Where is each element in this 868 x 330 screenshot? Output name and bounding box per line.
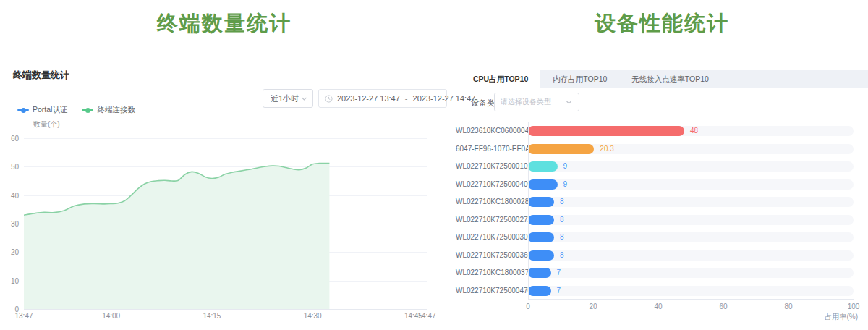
bar-row-4: WL022710KC180002808	[456, 193, 868, 211]
line-chart-legend: Portal认证终端连接数	[17, 104, 135, 116]
left-page-title: 终端数量统计	[0, 9, 448, 38]
bar-track	[528, 232, 854, 242]
tab-0[interactable]: CPU占用TOP10	[461, 70, 540, 88]
bar-row-8: WL022710KC180003727	[456, 264, 868, 282]
bar-row-7: WL022710K7250003698	[456, 247, 868, 265]
bar-x-tick-20: 20	[589, 302, 597, 310]
bar-track	[528, 268, 854, 278]
y-tick-50: 50	[0, 163, 19, 171]
clock-icon	[325, 95, 333, 103]
tab-1[interactable]: 内存占用TOP10	[540, 70, 619, 88]
bar-fill	[528, 126, 684, 136]
y-axis-name: 数量(个)	[33, 119, 60, 130]
bar-category-label: WL022710K725000369	[456, 247, 522, 265]
legend-item-0[interactable]: Portal认证	[17, 105, 67, 115]
bar-track	[528, 250, 854, 261]
bar-value-label: 48	[690, 122, 698, 140]
bar-fill	[528, 144, 594, 154]
series-area-1	[24, 164, 329, 309]
bar-row-1: 6047-FF96-1070-EF0A20.3	[456, 140, 868, 158]
bar-value-label: 8	[560, 229, 564, 247]
bar-row-6: WL022710K7250003078	[456, 229, 868, 247]
bar-category-label: WL022710KC18000280	[456, 193, 522, 211]
bar-fill	[528, 179, 558, 190]
bar-value-label: 9	[563, 176, 568, 194]
x-tick-14:30: 14:30	[304, 312, 322, 320]
line-chart-plot	[24, 138, 427, 309]
bar-value-label: 8	[560, 247, 564, 265]
bar-category-label: WL022710K725000102	[456, 158, 522, 176]
bar-x-tick-0: 0	[526, 302, 530, 310]
y-tick-20: 20	[0, 248, 19, 256]
bar-row-9: WL022710K7250004707	[456, 282, 868, 300]
bar-category-label: WL022710K725000470	[456, 282, 522, 300]
x-tick-13:47: 13:47	[14, 312, 33, 320]
performance-tabs: CPU占用TOP10内存占用TOP10无线接入点速率TOP10	[461, 70, 868, 88]
x-tick-14:15: 14:15	[203, 312, 221, 320]
bar-track	[528, 286, 854, 296]
chevron-down-icon	[565, 98, 573, 106]
bar-category-label: WL022710K725000307	[456, 229, 522, 247]
bar-value-label: 20.3	[600, 140, 613, 158]
bar-track	[528, 161, 854, 172]
date-range-start: 2023-12-27 13:47	[337, 94, 400, 103]
bar-value-label: 7	[557, 282, 561, 300]
bar-x-tick-80: 80	[784, 302, 792, 310]
chevron-down-icon	[300, 95, 308, 103]
gridline-y-0	[24, 309, 427, 310]
bar-fill	[528, 250, 554, 261]
cpu-top10-bar-chart: WL023610KC06000043486047-FF96-1070-EF0A2…	[456, 122, 868, 300]
device-type-select[interactable]: 请选择设备类型	[494, 93, 579, 111]
bar-chart-x-axis-line	[528, 299, 854, 300]
bar-row-3: WL022710K7250004099	[456, 176, 868, 194]
bar-value-label: 8	[560, 193, 564, 211]
bar-value-label: 9	[563, 158, 568, 176]
bar-track	[528, 215, 854, 225]
bar-row-0: WL023610KC0600004348	[456, 122, 868, 140]
legend-item-1[interactable]: 终端连接数	[82, 105, 135, 115]
bar-chart-x-axis-name: 占用率(%)	[796, 312, 858, 322]
bar-category-label: WL022710K725000272	[456, 211, 522, 229]
y-tick-10: 10	[0, 277, 19, 285]
y-tick-30: 30	[0, 220, 19, 228]
bar-category-label: WL022710KC18000372	[456, 264, 522, 282]
legend-item-label: Portal认证	[33, 105, 67, 115]
legend-item-label: 终端连接数	[97, 105, 135, 115]
x-tick-14:00: 14:00	[102, 312, 120, 320]
bar-value-label: 8	[560, 211, 564, 229]
tab-2[interactable]: 无线接入点速率TOP10	[619, 70, 721, 88]
bar-x-tick-60: 60	[719, 302, 727, 310]
bar-x-tick-100: 100	[848, 302, 860, 310]
bar-fill	[528, 197, 554, 207]
device-performance-panel: 设备性能统计 CPU占用TOP10内存占用TOP10无线接入点速率TOP10 设…	[456, 0, 868, 330]
bar-row-2: WL022710K7250001029	[456, 158, 868, 176]
bar-fill	[528, 268, 551, 278]
left-chart-header: 终端数量统计	[13, 69, 69, 82]
legend-marker-icon	[82, 109, 93, 111]
date-range-picker[interactable]: 2023-12-27 13:47 - 2023-12-27 14:47	[318, 89, 447, 108]
bar-fill	[528, 161, 558, 172]
y-tick-40: 40	[0, 192, 19, 200]
bar-row-5: WL022710K7250002728	[456, 211, 868, 229]
device-type-placeholder: 请选择设备类型	[501, 97, 551, 107]
bar-chart-y-axis-line	[528, 122, 529, 299]
bar-value-label: 7	[557, 264, 561, 282]
bar-category-label: WL023610KC06000043	[456, 122, 522, 140]
bar-fill	[528, 232, 554, 242]
right-page-title: 设备性能统计	[456, 9, 868, 38]
x-tick-14:47: 14:47	[417, 312, 435, 320]
time-range-select[interactable]: 近1小时	[263, 89, 313, 108]
terminal-count-panel: 终端数量统计 终端数量统计 近1小时 2023-12-27 13:47 - 20…	[0, 0, 448, 330]
bar-category-label: 6047-FF96-1070-EF0A	[456, 140, 522, 158]
bar-category-label: WL022710K725000409	[456, 176, 522, 194]
bar-track	[528, 179, 854, 190]
y-tick-60: 60	[0, 135, 19, 143]
bar-fill	[528, 215, 554, 225]
date-range-separator: -	[405, 94, 408, 103]
bar-track	[528, 197, 854, 207]
legend-marker-icon	[17, 109, 29, 111]
bar-fill	[528, 286, 551, 296]
time-range-value: 近1小时	[271, 93, 299, 104]
bar-x-tick-40: 40	[654, 302, 662, 310]
